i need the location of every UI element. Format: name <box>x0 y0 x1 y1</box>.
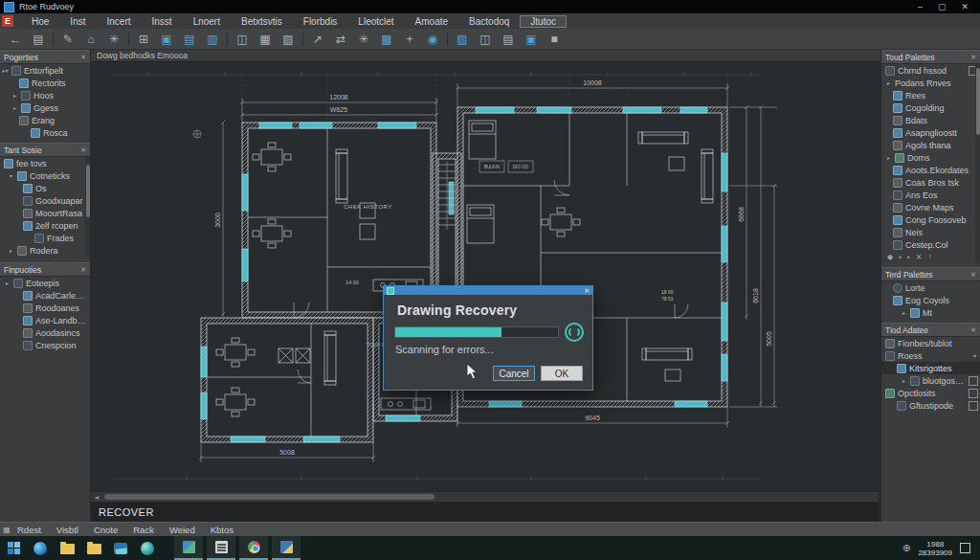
palette-item[interactable]: Opctlosits <box>881 387 980 399</box>
status-item[interactable]: Cnote <box>90 525 129 535</box>
tree-item[interactable]: Erang <box>0 114 90 126</box>
edge-icon[interactable] <box>27 536 54 560</box>
menu-item[interactable]: Incert <box>96 15 141 28</box>
drawing-canvas[interactable]: 12008 W625 10008 5008 9045 6868 6018 500… <box>91 61 879 491</box>
status-item[interactable]: Weied <box>166 525 207 535</box>
table-icon[interactable]: ▦ <box>254 31 277 48</box>
tree-item[interactable]: ▸Rodera <box>0 244 90 257</box>
folder-icon[interactable] <box>80 536 107 560</box>
home-icon[interactable]: ⌂ <box>79 31 102 48</box>
checkbox[interactable] <box>969 401 978 411</box>
layer-icon[interactable]: ▨ <box>451 31 474 48</box>
ok-button[interactable]: OK <box>541 366 583 381</box>
dialog-close-icon[interactable]: ✕ <box>584 286 590 295</box>
palette-item[interactable]: Eog Coyols <box>881 294 980 306</box>
hatch-icon[interactable]: ▧ <box>277 31 300 48</box>
copy-icon[interactable]: ▣ <box>155 31 178 48</box>
mini-icon[interactable]: ▪ <box>899 253 902 261</box>
tree-item[interactable]: ▾Cotneticks <box>0 169 90 182</box>
palette-item[interactable]: ▸bluotgossidt <box>881 374 980 387</box>
palette-item[interactable]: Gftustipode <box>881 399 980 412</box>
tree-item[interactable]: Aoodasincs <box>0 326 90 339</box>
tree-item[interactable]: Cnespcion <box>0 339 90 351</box>
palette-item[interactable]: ▸Mt <box>881 306 980 319</box>
scrollbar[interactable] <box>85 157 90 257</box>
back-icon[interactable]: ← <box>4 31 27 48</box>
status-item[interactable]: Visbtl <box>53 525 90 535</box>
swap-icon[interactable]: ⇄ <box>329 31 352 48</box>
palette-item[interactable]: Covne Maps <box>881 201 980 213</box>
cancel-button[interactable]: Cancel <box>493 366 535 381</box>
close-icon[interactable]: ✕ <box>80 266 86 274</box>
status-item[interactable]: Rack <box>129 525 166 535</box>
tree-item[interactable]: Rectorits <box>0 77 90 89</box>
action-center-icon[interactable] <box>960 543 970 553</box>
mini-icon[interactable]: ↑ <box>928 253 932 261</box>
mini-icon[interactable]: ▪ <box>907 253 910 261</box>
palette-item[interactable]: Bdats <box>881 114 980 126</box>
palette-item[interactable]: Fionbes/tublot <box>881 337 980 349</box>
mini-icon[interactable]: ◆ <box>887 253 893 261</box>
maximize-button[interactable]: ▢ <box>938 0 947 13</box>
close-icon[interactable]: ✕ <box>970 326 976 334</box>
snap-icon[interactable]: ✳ <box>102 31 125 48</box>
paste-icon[interactable]: ▤ <box>178 31 201 48</box>
task-button-app[interactable] <box>272 536 301 560</box>
palette-item[interactable]: Roess▾ <box>881 349 980 362</box>
command-line[interactable]: RECOVER <box>91 501 879 522</box>
palette-item[interactable]: Cogolding <box>881 101 980 114</box>
scrollbar[interactable] <box>975 64 980 263</box>
checkbox[interactable] <box>969 389 978 398</box>
close-icon[interactable]: ✕ <box>970 271 976 279</box>
palette-item[interactable]: Lorte <box>881 281 980 294</box>
clock[interactable]: 1988 28393909 <box>918 540 952 557</box>
palette-item[interactable]: Cestep.Col <box>881 238 980 251</box>
menu-item[interactable]: Lnoert <box>183 15 231 28</box>
grid-icon[interactable]: ⊞ <box>132 31 155 48</box>
chevron-down-icon[interactable]: ▾ <box>971 352 978 359</box>
tree-item[interactable]: Frades <box>0 232 90 244</box>
start-button[interactable] <box>0 536 27 560</box>
network-icon[interactable]: ⊕ <box>902 543 910 553</box>
palette-item[interactable]: Rees <box>881 89 980 101</box>
sheet-icon[interactable]: ▤ <box>497 31 520 48</box>
menu-grid-icon[interactable]: ▦ <box>0 526 13 534</box>
paste-special-icon[interactable]: ▥ <box>201 31 224 48</box>
target-icon[interactable]: ◉ <box>421 31 444 48</box>
menu-item-active[interactable]: Jtutoc <box>520 15 567 28</box>
tree-item[interactable]: fee tovs <box>0 157 90 169</box>
scroll-left-icon[interactable]: ◄ <box>91 494 102 501</box>
tree-item[interactable]: AcadCarlestion <box>0 289 90 302</box>
palette-group[interactable]: ▸Podans Rnves <box>881 77 980 89</box>
minimize-button[interactable]: – <box>918 0 923 13</box>
fill-icon[interactable]: ■ <box>543 31 566 48</box>
palette-item[interactable]: Ans Eos <box>881 189 980 201</box>
tree-item[interactable]: Os <box>0 182 90 194</box>
photos-icon[interactable] <box>107 536 134 560</box>
block-icon[interactable]: ▣ <box>520 31 543 48</box>
menu-item[interactable]: Lleotclet <box>347 15 404 28</box>
add-icon[interactable]: + <box>398 31 421 48</box>
tree-item[interactable]: Ase-Landbase <box>0 314 90 326</box>
palette-item[interactable]: Coas Bros tsk <box>881 176 980 189</box>
status-item[interactable]: Rdest <box>13 525 53 535</box>
edit-icon[interactable]: ✎ <box>56 31 79 48</box>
palette-item[interactable]: ▸Doms <box>881 151 980 164</box>
folder-icon[interactable] <box>54 536 80 560</box>
task-button-cad[interactable] <box>174 536 203 560</box>
checkbox[interactable] <box>969 376 978 386</box>
palette-item[interactable]: Cong Foosoveb <box>881 213 980 226</box>
task-button-notes[interactable] <box>207 536 235 560</box>
close-icon[interactable]: ✕ <box>80 146 86 154</box>
menu-item[interactable]: Amoate <box>405 15 458 28</box>
tree-item[interactable]: MoourtRasa <box>0 207 90 219</box>
region-icon[interactable]: ▩ <box>375 31 398 48</box>
explode-icon[interactable]: ✳ <box>352 31 375 48</box>
menu-item[interactable]: Inst <box>59 15 96 28</box>
tree-item[interactable]: 2elf rcopen <box>0 219 90 232</box>
scrollbar-thumb[interactable] <box>104 494 434 500</box>
tree-item[interactable]: ▸▾Erttorfipelt <box>0 64 90 77</box>
close-icon[interactable]: ✕ <box>80 54 86 61</box>
menu-item[interactable]: Bactodoq <box>458 15 520 28</box>
status-item[interactable]: Kbtos <box>207 525 245 535</box>
